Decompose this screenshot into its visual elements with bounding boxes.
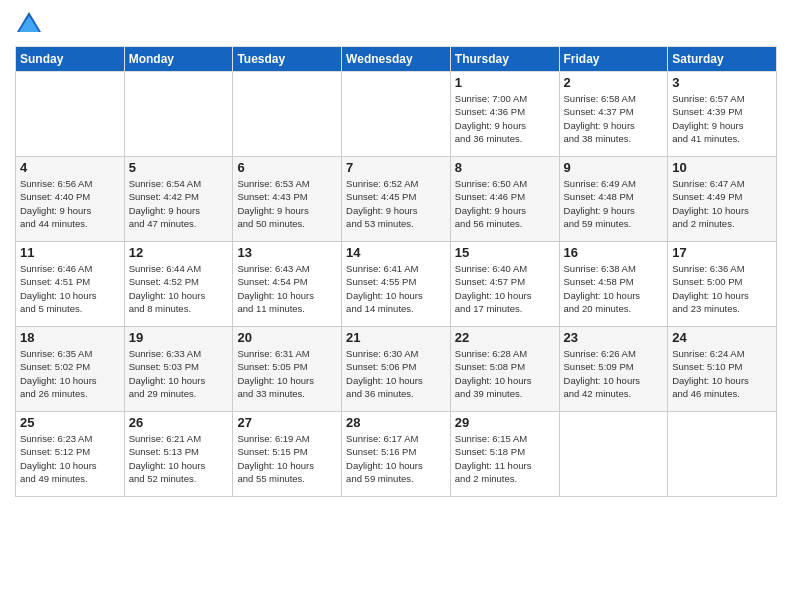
calendar-cell	[668, 412, 777, 497]
day-info: Sunrise: 6:23 AM Sunset: 5:12 PM Dayligh…	[20, 432, 120, 485]
day-info: Sunrise: 6:54 AM Sunset: 4:42 PM Dayligh…	[129, 177, 229, 230]
calendar-cell: 7Sunrise: 6:52 AM Sunset: 4:45 PM Daylig…	[342, 157, 451, 242]
calendar-header-tuesday: Tuesday	[233, 47, 342, 72]
calendar-week-3: 11Sunrise: 6:46 AM Sunset: 4:51 PM Dayli…	[16, 242, 777, 327]
calendar-cell: 2Sunrise: 6:58 AM Sunset: 4:37 PM Daylig…	[559, 72, 668, 157]
header	[15, 10, 777, 38]
day-info: Sunrise: 6:46 AM Sunset: 4:51 PM Dayligh…	[20, 262, 120, 315]
calendar-cell: 23Sunrise: 6:26 AM Sunset: 5:09 PM Dayli…	[559, 327, 668, 412]
day-info: Sunrise: 6:26 AM Sunset: 5:09 PM Dayligh…	[564, 347, 664, 400]
day-info: Sunrise: 6:38 AM Sunset: 4:58 PM Dayligh…	[564, 262, 664, 315]
calendar-cell	[559, 412, 668, 497]
day-info: Sunrise: 6:28 AM Sunset: 5:08 PM Dayligh…	[455, 347, 555, 400]
calendar-table: SundayMondayTuesdayWednesdayThursdayFrid…	[15, 46, 777, 497]
calendar-cell: 9Sunrise: 6:49 AM Sunset: 4:48 PM Daylig…	[559, 157, 668, 242]
calendar-header-monday: Monday	[124, 47, 233, 72]
calendar-cell: 17Sunrise: 6:36 AM Sunset: 5:00 PM Dayli…	[668, 242, 777, 327]
day-number: 18	[20, 330, 120, 345]
day-info: Sunrise: 6:52 AM Sunset: 4:45 PM Dayligh…	[346, 177, 446, 230]
calendar-cell: 27Sunrise: 6:19 AM Sunset: 5:15 PM Dayli…	[233, 412, 342, 497]
calendar-cell: 4Sunrise: 6:56 AM Sunset: 4:40 PM Daylig…	[16, 157, 125, 242]
day-info: Sunrise: 6:56 AM Sunset: 4:40 PM Dayligh…	[20, 177, 120, 230]
calendar-cell	[124, 72, 233, 157]
calendar-cell: 6Sunrise: 6:53 AM Sunset: 4:43 PM Daylig…	[233, 157, 342, 242]
calendar-cell	[16, 72, 125, 157]
day-info: Sunrise: 6:33 AM Sunset: 5:03 PM Dayligh…	[129, 347, 229, 400]
day-info: Sunrise: 6:15 AM Sunset: 5:18 PM Dayligh…	[455, 432, 555, 485]
calendar-cell: 19Sunrise: 6:33 AM Sunset: 5:03 PM Dayli…	[124, 327, 233, 412]
calendar-cell: 10Sunrise: 6:47 AM Sunset: 4:49 PM Dayli…	[668, 157, 777, 242]
day-number: 17	[672, 245, 772, 260]
calendar-header-saturday: Saturday	[668, 47, 777, 72]
calendar-cell: 11Sunrise: 6:46 AM Sunset: 4:51 PM Dayli…	[16, 242, 125, 327]
calendar-cell: 26Sunrise: 6:21 AM Sunset: 5:13 PM Dayli…	[124, 412, 233, 497]
calendar-cell: 5Sunrise: 6:54 AM Sunset: 4:42 PM Daylig…	[124, 157, 233, 242]
day-info: Sunrise: 6:47 AM Sunset: 4:49 PM Dayligh…	[672, 177, 772, 230]
day-number: 7	[346, 160, 446, 175]
day-info: Sunrise: 7:00 AM Sunset: 4:36 PM Dayligh…	[455, 92, 555, 145]
calendar-cell: 8Sunrise: 6:50 AM Sunset: 4:46 PM Daylig…	[450, 157, 559, 242]
day-info: Sunrise: 6:50 AM Sunset: 4:46 PM Dayligh…	[455, 177, 555, 230]
page-container: SundayMondayTuesdayWednesdayThursdayFrid…	[0, 0, 792, 507]
day-number: 26	[129, 415, 229, 430]
day-number: 27	[237, 415, 337, 430]
calendar-cell: 12Sunrise: 6:44 AM Sunset: 4:52 PM Dayli…	[124, 242, 233, 327]
day-info: Sunrise: 6:36 AM Sunset: 5:00 PM Dayligh…	[672, 262, 772, 315]
calendar-header-sunday: Sunday	[16, 47, 125, 72]
day-info: Sunrise: 6:58 AM Sunset: 4:37 PM Dayligh…	[564, 92, 664, 145]
day-info: Sunrise: 6:30 AM Sunset: 5:06 PM Dayligh…	[346, 347, 446, 400]
calendar-cell: 15Sunrise: 6:40 AM Sunset: 4:57 PM Dayli…	[450, 242, 559, 327]
day-info: Sunrise: 6:19 AM Sunset: 5:15 PM Dayligh…	[237, 432, 337, 485]
calendar-cell: 28Sunrise: 6:17 AM Sunset: 5:16 PM Dayli…	[342, 412, 451, 497]
calendar-cell: 29Sunrise: 6:15 AM Sunset: 5:18 PM Dayli…	[450, 412, 559, 497]
day-info: Sunrise: 6:24 AM Sunset: 5:10 PM Dayligh…	[672, 347, 772, 400]
day-number: 25	[20, 415, 120, 430]
logo-icon	[15, 10, 43, 38]
calendar-cell: 22Sunrise: 6:28 AM Sunset: 5:08 PM Dayli…	[450, 327, 559, 412]
day-number: 12	[129, 245, 229, 260]
day-number: 14	[346, 245, 446, 260]
calendar-cell: 16Sunrise: 6:38 AM Sunset: 4:58 PM Dayli…	[559, 242, 668, 327]
day-info: Sunrise: 6:35 AM Sunset: 5:02 PM Dayligh…	[20, 347, 120, 400]
day-number: 11	[20, 245, 120, 260]
day-info: Sunrise: 6:17 AM Sunset: 5:16 PM Dayligh…	[346, 432, 446, 485]
calendar-cell: 14Sunrise: 6:41 AM Sunset: 4:55 PM Dayli…	[342, 242, 451, 327]
day-number: 5	[129, 160, 229, 175]
day-number: 10	[672, 160, 772, 175]
day-number: 9	[564, 160, 664, 175]
day-number: 19	[129, 330, 229, 345]
calendar-cell: 20Sunrise: 6:31 AM Sunset: 5:05 PM Dayli…	[233, 327, 342, 412]
day-number: 1	[455, 75, 555, 90]
calendar-cell: 13Sunrise: 6:43 AM Sunset: 4:54 PM Dayli…	[233, 242, 342, 327]
calendar-cell: 25Sunrise: 6:23 AM Sunset: 5:12 PM Dayli…	[16, 412, 125, 497]
day-info: Sunrise: 6:44 AM Sunset: 4:52 PM Dayligh…	[129, 262, 229, 315]
calendar-cell	[342, 72, 451, 157]
day-number: 28	[346, 415, 446, 430]
day-number: 22	[455, 330, 555, 345]
calendar-header-wednesday: Wednesday	[342, 47, 451, 72]
day-info: Sunrise: 6:49 AM Sunset: 4:48 PM Dayligh…	[564, 177, 664, 230]
calendar-cell: 3Sunrise: 6:57 AM Sunset: 4:39 PM Daylig…	[668, 72, 777, 157]
logo	[15, 10, 47, 38]
day-number: 8	[455, 160, 555, 175]
day-info: Sunrise: 6:43 AM Sunset: 4:54 PM Dayligh…	[237, 262, 337, 315]
calendar-cell	[233, 72, 342, 157]
day-number: 2	[564, 75, 664, 90]
day-number: 15	[455, 245, 555, 260]
calendar-header-thursday: Thursday	[450, 47, 559, 72]
day-info: Sunrise: 6:21 AM Sunset: 5:13 PM Dayligh…	[129, 432, 229, 485]
day-number: 23	[564, 330, 664, 345]
day-number: 6	[237, 160, 337, 175]
day-number: 3	[672, 75, 772, 90]
day-number: 4	[20, 160, 120, 175]
day-number: 24	[672, 330, 772, 345]
calendar-header-row: SundayMondayTuesdayWednesdayThursdayFrid…	[16, 47, 777, 72]
day-number: 16	[564, 245, 664, 260]
calendar-header-friday: Friday	[559, 47, 668, 72]
calendar-cell: 18Sunrise: 6:35 AM Sunset: 5:02 PM Dayli…	[16, 327, 125, 412]
calendar-week-1: 1Sunrise: 7:00 AM Sunset: 4:36 PM Daylig…	[16, 72, 777, 157]
calendar-cell: 21Sunrise: 6:30 AM Sunset: 5:06 PM Dayli…	[342, 327, 451, 412]
calendar-week-2: 4Sunrise: 6:56 AM Sunset: 4:40 PM Daylig…	[16, 157, 777, 242]
calendar-cell: 1Sunrise: 7:00 AM Sunset: 4:36 PM Daylig…	[450, 72, 559, 157]
day-info: Sunrise: 6:53 AM Sunset: 4:43 PM Dayligh…	[237, 177, 337, 230]
